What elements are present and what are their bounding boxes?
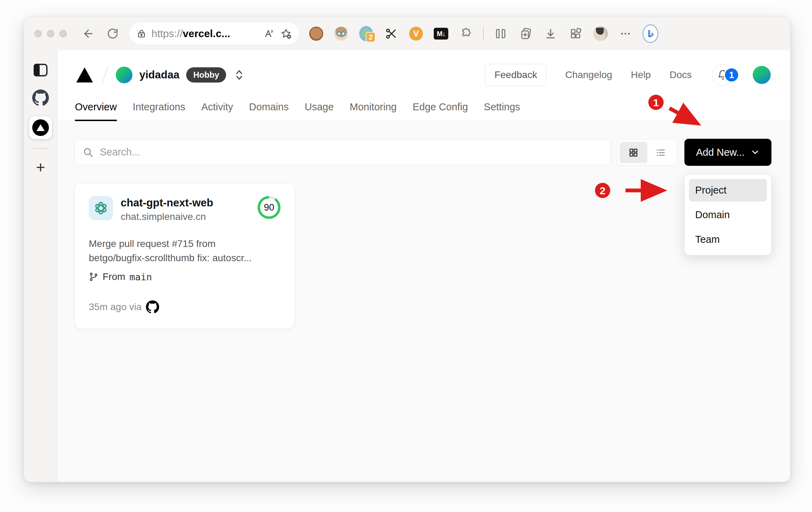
sidebar-panel-toggle-icon[interactable]: [31, 61, 50, 79]
team-name[interactable]: yidadaa: [139, 69, 179, 81]
help-link[interactable]: Help: [631, 69, 651, 80]
tab-integrations[interactable]: Integrations: [133, 101, 185, 121]
zoom-window-button[interactable]: [59, 30, 67, 37]
close-window-button[interactable]: [34, 30, 42, 37]
vercel-app-icon: [32, 119, 49, 136]
bing-chat-icon[interactable]: [642, 26, 658, 42]
extensions-puzzle-icon[interactable]: [458, 26, 474, 42]
edge-sidebar: +: [24, 50, 58, 482]
grid-view-icon: [628, 147, 639, 158]
dropdown-item-domain[interactable]: Domain: [689, 204, 767, 226]
traffic-lights[interactable]: [34, 30, 67, 37]
grid-view-button[interactable]: [620, 142, 647, 163]
scissors-extension-icon[interactable]: [383, 26, 399, 42]
refresh-icon[interactable]: [105, 26, 120, 41]
more-menu-icon[interactable]: [617, 26, 633, 42]
add-new-button[interactable]: Add New...: [684, 139, 771, 166]
notifications-button[interactable]: 1: [712, 64, 734, 86]
site-header: yidadaa Hobby Feedback Changelog Help Do…: [58, 50, 790, 121]
notification-count-badge: 1: [724, 67, 739, 83]
new-tab-plus-icon[interactable]: +: [31, 158, 50, 177]
plan-badge: Hobby: [186, 67, 226, 83]
user-avatar[interactable]: [753, 66, 771, 84]
tab-usage[interactable]: Usage: [305, 101, 334, 121]
address-bar[interactable]: https://vercel.c...: [129, 23, 299, 45]
dashboard-content: Add New... Project Domain Team: [58, 121, 790, 482]
changelog-link[interactable]: Changelog: [565, 69, 612, 80]
tampermonkey-extension-icon[interactable]: [308, 26, 324, 42]
tab-domains[interactable]: Domains: [249, 101, 288, 121]
tab-edge-config[interactable]: Edge Config: [413, 101, 468, 121]
downloads-icon[interactable]: [543, 26, 559, 42]
git-branch-icon: [89, 272, 98, 282]
lock-icon: [136, 26, 147, 41]
tab-settings[interactable]: Settings: [484, 101, 520, 121]
toolbar-divider: [483, 27, 484, 41]
back-icon[interactable]: [81, 26, 96, 41]
apps-icon[interactable]: [568, 26, 584, 42]
sidebar-item-github-icon[interactable]: [31, 88, 50, 107]
deploy-meta: 35m ago via: [89, 300, 280, 314]
sidebar-item-vercel-active[interactable]: [29, 116, 52, 139]
sidebar-divider: [33, 148, 48, 149]
favorite-star-icon[interactable]: [280, 26, 292, 41]
minimize-window-button[interactable]: [47, 30, 54, 37]
vercel-logo-icon[interactable]: [75, 65, 94, 85]
commit-message[interactable]: Merge pull request #715 from betgo/bugfi…: [89, 237, 280, 265]
feedback-button[interactable]: Feedback: [485, 64, 546, 86]
tab-activity[interactable]: Activity: [201, 101, 233, 121]
view-toggle: [617, 139, 677, 165]
project-name[interactable]: chat-gpt-next-web: [121, 196, 213, 210]
github-icon: [146, 300, 159, 314]
openai-project-icon: [89, 196, 113, 220]
project-domain[interactable]: chat.simplenaive.cn: [121, 211, 213, 222]
search-icon: [83, 147, 94, 158]
chevron-down-icon: [750, 147, 760, 157]
docs-link[interactable]: Docs: [670, 69, 692, 80]
search-box[interactable]: [75, 139, 611, 165]
profile-avatar[interactable]: [593, 26, 608, 42]
breadcrumb-slash: [102, 66, 108, 84]
translator-badge: 2: [366, 32, 375, 42]
persona-extension-icon[interactable]: [333, 26, 349, 42]
team-switcher-icon[interactable]: [235, 70, 243, 80]
project-card[interactable]: chat-gpt-next-web chat.simplenaive.cn 90…: [75, 183, 295, 329]
dropdown-item-project[interactable]: Project: [689, 179, 767, 202]
tab-monitoring[interactable]: Monitoring: [350, 101, 397, 121]
branch-name: main: [129, 272, 152, 282]
markdown-download-extension-icon[interactable]: M↓: [433, 26, 449, 42]
search-input[interactable]: [100, 146, 603, 158]
list-view-button[interactable]: [647, 142, 675, 163]
browser-window: https://vercel.c... 2: [24, 17, 791, 482]
collections-add-icon[interactable]: [518, 26, 534, 42]
vercel-dashboard: yidadaa Hobby Feedback Changelog Help Do…: [58, 50, 790, 482]
translator-extension-icon[interactable]: 2: [358, 26, 374, 42]
split-screen-icon[interactable]: [493, 26, 509, 42]
dashboard-tabs: Overview Integrations Activity Domains U…: [75, 101, 520, 121]
read-aloud-icon[interactable]: [262, 26, 275, 41]
add-new-dropdown: Project Domain Team: [684, 174, 771, 255]
score-ring[interactable]: 90: [258, 196, 280, 219]
branch-row: From main: [89, 271, 280, 282]
dropdown-item-team[interactable]: Team: [689, 228, 767, 251]
tab-overview[interactable]: Overview: [75, 101, 117, 121]
team-avatar[interactable]: [116, 67, 132, 83]
browser-toolbar: https://vercel.c... 2: [24, 17, 790, 50]
vc-extension-icon[interactable]: V: [408, 26, 424, 42]
list-view-icon: [655, 147, 666, 158]
score-value: 90: [260, 198, 278, 216]
url-text[interactable]: https://vercel.c...: [152, 28, 258, 40]
